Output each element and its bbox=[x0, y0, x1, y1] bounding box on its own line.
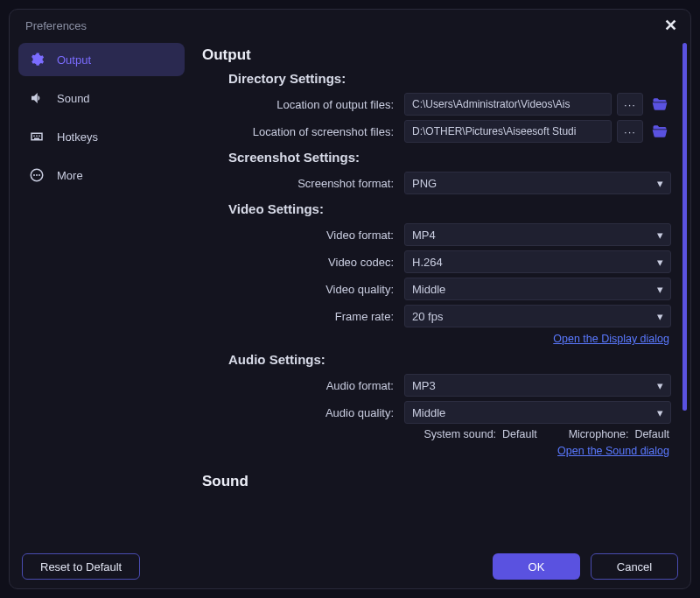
preferences-window: Preferences ✕ Output Sound bbox=[9, 9, 691, 589]
chevron-down-icon: ▾ bbox=[657, 256, 663, 269]
sidebar-item-label: Output bbox=[57, 53, 91, 67]
screenshot-format-select[interactable]: PNG ▾ bbox=[404, 172, 671, 194]
audio-quality-select[interactable]: Middle ▾ bbox=[404, 401, 671, 424]
browse-output-button[interactable]: ··· bbox=[617, 93, 643, 116]
audio-quality-row: Audio quality: Middle ▾ bbox=[202, 401, 671, 424]
sidebar: Output Sound Hotkeys More bbox=[10, 36, 193, 545]
audio-status-row: System sound: Default Microphone: Defaul… bbox=[202, 428, 671, 440]
chevron-down-icon: ▾ bbox=[657, 177, 663, 190]
folder-icon bbox=[651, 123, 668, 140]
open-sound-dialog-link[interactable]: Open the Sound dialog bbox=[557, 445, 669, 457]
video-settings-title: Video Settings: bbox=[228, 201, 671, 216]
footer-right: OK Cancel bbox=[493, 553, 678, 580]
close-icon: ✕ bbox=[664, 16, 677, 35]
sound-section-title: Sound bbox=[202, 473, 671, 490]
svg-point-2 bbox=[36, 174, 38, 176]
sidebar-item-more[interactable]: More bbox=[18, 158, 185, 192]
audio-settings-title: Audio Settings: bbox=[228, 352, 671, 367]
output-location-row: Location of output files: ··· bbox=[202, 93, 671, 116]
chevron-down-icon: ▾ bbox=[657, 406, 663, 419]
screenshot-location-row: Location of screenshot files: ··· bbox=[202, 120, 671, 143]
screenshot-format-row: Screenshot format: PNG ▾ bbox=[202, 172, 671, 194]
chevron-down-icon: ▾ bbox=[657, 310, 663, 323]
select-value: H.264 bbox=[412, 256, 443, 269]
sidebar-item-output[interactable]: Output bbox=[18, 43, 185, 76]
audio-format-row: Audio format: MP3 ▾ bbox=[202, 374, 671, 397]
video-quality-label: Video quality: bbox=[202, 283, 399, 296]
select-value: 20 fps bbox=[412, 310, 443, 323]
display-dialog-link-row: Open the Display dialog bbox=[202, 332, 671, 345]
footer: Reset to Default OK Cancel bbox=[10, 545, 690, 588]
browse-screenshot-button[interactable]: ··· bbox=[617, 120, 643, 143]
close-button[interactable]: ✕ bbox=[661, 16, 680, 35]
audio-format-select[interactable]: MP3 ▾ bbox=[404, 374, 671, 397]
video-format-label: Video format: bbox=[202, 229, 399, 242]
folder-icon bbox=[651, 95, 668, 113]
chevron-down-icon: ▾ bbox=[657, 229, 663, 242]
select-value: PNG bbox=[412, 177, 437, 190]
frame-rate-label: Frame rate: bbox=[202, 310, 399, 323]
sidebar-item-label: Sound bbox=[57, 92, 90, 105]
chevron-down-icon: ▾ bbox=[657, 379, 663, 392]
screenshot-location-label: Location of screenshot files: bbox=[202, 125, 399, 138]
gear-icon bbox=[29, 52, 45, 67]
keyboard-icon bbox=[29, 129, 45, 144]
sidebar-item-hotkeys[interactable]: Hotkeys bbox=[18, 120, 185, 153]
video-quality-row: Video quality: Middle ▾ bbox=[202, 278, 671, 300]
cancel-button[interactable]: Cancel bbox=[591, 553, 678, 580]
output-location-label: Location of output files: bbox=[202, 98, 399, 111]
output-location-input[interactable] bbox=[404, 93, 612, 116]
video-format-select[interactable]: MP4 ▾ bbox=[404, 223, 671, 246]
video-codec-label: Video codec: bbox=[202, 256, 399, 269]
video-format-row: Video format: MP4 ▾ bbox=[202, 223, 671, 246]
system-sound-status: System sound: Default bbox=[424, 428, 536, 440]
open-output-folder-button[interactable] bbox=[648, 93, 671, 116]
screenshot-format-label: Screenshot format: bbox=[202, 177, 399, 190]
microphone-status: Microphone: Default bbox=[569, 428, 669, 440]
directory-settings-title: Directory Settings: bbox=[228, 71, 671, 86]
frame-rate-select[interactable]: 20 fps ▾ bbox=[404, 305, 671, 327]
screenshot-settings-title: Screenshot Settings: bbox=[228, 150, 671, 165]
video-codec-select[interactable]: H.264 ▾ bbox=[404, 250, 671, 273]
sound-dialog-link-row: Open the Sound dialog bbox=[202, 444, 671, 457]
video-quality-select[interactable]: Middle ▾ bbox=[404, 278, 671, 300]
open-display-dialog-link[interactable]: Open the Display dialog bbox=[553, 333, 669, 345]
open-screenshot-folder-button[interactable] bbox=[648, 120, 671, 143]
select-value: MP3 bbox=[412, 379, 436, 392]
content-area: Output Directory Settings: Location of o… bbox=[193, 36, 690, 545]
select-value: Middle bbox=[412, 406, 445, 419]
sidebar-item-label: Hotkeys bbox=[57, 130, 98, 144]
more-icon bbox=[29, 167, 45, 183]
chevron-down-icon: ▾ bbox=[657, 283, 663, 296]
video-codec-row: Video codec: H.264 ▾ bbox=[202, 250, 671, 273]
titlebar: Preferences ✕ bbox=[10, 10, 690, 36]
sidebar-item-sound[interactable]: Sound bbox=[18, 81, 185, 115]
screenshot-location-input[interactable] bbox=[404, 120, 612, 143]
audio-quality-label: Audio quality: bbox=[202, 406, 399, 419]
body: Output Sound Hotkeys More bbox=[10, 36, 690, 545]
speaker-icon bbox=[29, 90, 45, 106]
audio-format-label: Audio format: bbox=[202, 379, 399, 392]
sidebar-item-label: More bbox=[57, 169, 83, 182]
output-section-title: Output bbox=[202, 46, 671, 64]
frame-rate-row: Frame rate: 20 fps ▾ bbox=[202, 305, 671, 327]
svg-point-3 bbox=[38, 174, 40, 176]
svg-point-1 bbox=[33, 174, 35, 176]
ok-button[interactable]: OK bbox=[493, 553, 580, 580]
select-value: Middle bbox=[412, 283, 445, 296]
window-title: Preferences bbox=[25, 19, 87, 32]
select-value: MP4 bbox=[412, 229, 436, 242]
reset-to-default-button[interactable]: Reset to Default bbox=[22, 553, 140, 580]
content-scroll[interactable]: Output Directory Settings: Location of o… bbox=[193, 36, 690, 545]
